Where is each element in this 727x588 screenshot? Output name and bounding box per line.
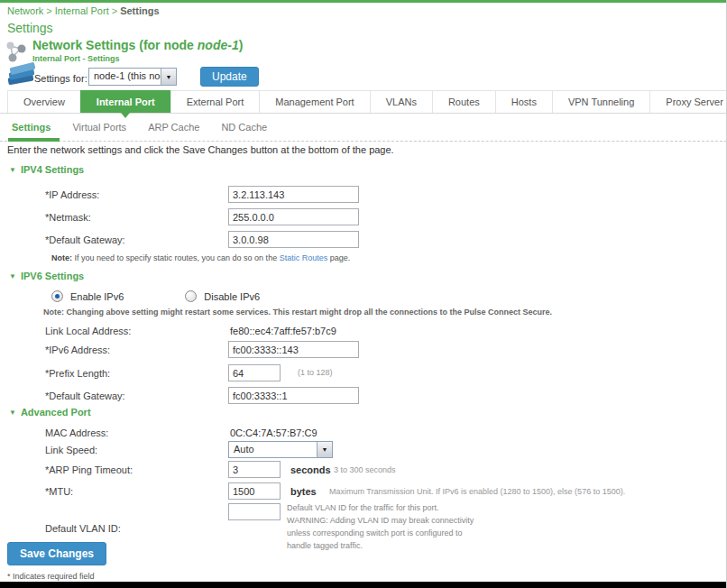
enable-ipv6-radio[interactable] — [51, 290, 63, 302]
default-gateway-input[interactable] — [228, 231, 359, 248]
advanced-port-section-header[interactable]: ▼Advanced Port — [9, 407, 91, 418]
ipv4-section-title: IPV4 Settings — [21, 164, 84, 175]
chevron-down-icon: ▼ — [9, 409, 16, 417]
chevron-down-icon[interactable]: ▼ — [317, 442, 332, 457]
static-routes-note: Note: If you need to specify static rout… — [51, 253, 350, 262]
link-speed-select[interactable]: Auto ▼ — [228, 441, 333, 458]
arp-unit-label: seconds — [290, 464, 331, 475]
vlan-note-line: unless corresponding switch port is conf… — [287, 527, 474, 539]
update-button[interactable]: Update — [200, 67, 259, 87]
tab-overview[interactable]: Overview — [7, 90, 81, 113]
subtab-virtual-ports[interactable]: Virtual Ports — [72, 122, 126, 133]
prefix-length-label: *Prefix Length: — [45, 368, 110, 379]
heading-text-suffix: ) — [239, 38, 244, 52]
tab-external-port[interactable]: External Port — [170, 90, 261, 113]
note-suffix: page. — [327, 253, 350, 262]
page-instruction: Enter the network settings and click the… — [7, 144, 394, 155]
page-title: Settings — [7, 21, 53, 35]
heading-node-name: node-1 — [198, 38, 239, 52]
chevron-down-icon: ▼ — [9, 272, 16, 280]
subtab-nd-cache[interactable]: ND Cache — [221, 122, 267, 133]
tab-vpn-tunneling[interactable]: VPN Tunneling — [552, 90, 650, 113]
mtu-input[interactable] — [228, 482, 281, 500]
main-tabs: Overview Internal Port External Port Man… — [0, 90, 727, 114]
disable-ipv6-radio[interactable] — [185, 290, 197, 302]
vlan-note-line: Default VLAN ID for the traffic for this… — [287, 501, 474, 514]
enable-ipv6-label: Enable IPv6 — [70, 291, 124, 302]
vlan-warning-note: Default VLAN ID for the traffic for this… — [287, 501, 474, 552]
cluster-nodes-icon — [5, 40, 29, 63]
ip-address-input[interactable] — [228, 186, 359, 203]
ipv6-address-label: *IPv6 Address: — [45, 345, 110, 355]
network-settings-page: Network>Internal Port>Settings Settings … — [0, 0, 727, 588]
heading-text: Network Settings (for node — [32, 38, 198, 52]
required-field-note: * Indicates required field — [7, 572, 95, 581]
arp-ping-timeout-input[interactable] — [228, 461, 281, 478]
note-prefix: Note: — [51, 253, 72, 262]
ipv6-address-input[interactable] — [228, 341, 359, 358]
tab-vlans[interactable]: VLANs — [370, 90, 433, 113]
section-heading: Network Settings (for node node-1) — [32, 38, 243, 52]
settings-for-label: Settings for: — [34, 73, 87, 84]
default-gateway-label: *Default Gateway: — [45, 234, 125, 245]
vlan-note-line: WARNING: Adding VLAN ID may break connec… — [287, 514, 474, 527]
disable-ipv6-label: Disable IPv6 — [204, 291, 260, 302]
ipv6-section-header[interactable]: ▼IPV6 Settings — [9, 271, 84, 281]
tab-routes[interactable]: Routes — [432, 90, 496, 113]
breadcrumb: Network>Internal Port>Settings — [7, 5, 160, 16]
netmask-label: *Netmask: — [45, 212, 91, 223]
layers-stack-icon — [5, 61, 38, 87]
mac-address-label: MAC Address: — [45, 427, 108, 438]
static-routes-link[interactable]: Static Routes — [280, 253, 328, 262]
tab-management-port[interactable]: Management Port — [259, 90, 370, 113]
ipv6-gateway-label: *Default Gateway: — [45, 390, 125, 401]
breadcrumb-network[interactable]: Network — [7, 5, 43, 16]
breadcrumb-separator: > — [46, 5, 51, 16]
arp-ping-timeout-label: *ARP Ping Timeout: — [45, 464, 133, 475]
ipv4-section-header[interactable]: ▼IPV4 Settings — [9, 164, 84, 175]
mtu-unit-label: bytes — [290, 486, 317, 497]
sub-tabs: Settings Virtual Ports ARP Cache ND Cach… — [0, 118, 727, 142]
node-select[interactable]: node-1 (this node) ▼ — [88, 68, 177, 86]
link-speed-label: Link Speed: — [45, 445, 97, 455]
tab-hosts[interactable]: Hosts — [495, 90, 553, 113]
save-changes-button[interactable]: Save Changes — [7, 542, 106, 565]
subtab-arp-cache[interactable]: ARP Cache — [148, 122, 199, 133]
breadcrumb-internal-port[interactable]: Internal Port — [55, 5, 109, 16]
ipv6-radio-group: Enable IPv6 Disable IPv6 — [51, 290, 260, 302]
breadcrumb-separator: > — [112, 5, 117, 16]
tab-internal-port[interactable]: Internal Port — [80, 90, 171, 113]
link-speed-value: Auto — [229, 442, 317, 457]
arp-range-hint: 3 to 300 seconds — [334, 465, 396, 474]
link-local-address-label: Link Local Address: — [45, 326, 131, 336]
heading-subtitle: Internal Port - Settings — [32, 54, 120, 63]
ip-address-label: *IP Address: — [45, 189, 99, 200]
chevron-down-icon: ▼ — [9, 166, 16, 174]
mtu-range-hint: Maximum Transmission Unit. If IPv6 is en… — [329, 487, 625, 496]
ipv6-restart-note: Note: Changing above setting might resta… — [43, 308, 552, 317]
advanced-port-section-title: Advanced Port — [21, 407, 91, 418]
ipv6-gateway-input[interactable] — [228, 387, 359, 404]
ipv6-section-title: IPV6 Settings — [21, 271, 84, 281]
note-text: If you need to specify static routes, yo… — [72, 253, 280, 262]
default-vlan-id-input[interactable] — [228, 503, 281, 520]
top-accent-bar — [0, 0, 726, 3]
link-local-address-value: fe80::ec4:7aff:fe57:b7c9 — [230, 326, 336, 336]
chevron-down-icon[interactable]: ▼ — [161, 69, 176, 85]
subtab-settings[interactable]: Settings — [12, 122, 51, 133]
default-vlan-id-label: Default VLAN ID: — [45, 523, 121, 534]
vlan-note-line: handle tagged traffic. — [287, 539, 474, 552]
mac-address-value: 0C:C4:7A:57:B7:C9 — [230, 427, 317, 438]
tab-proxy-server[interactable]: Proxy Server — [649, 90, 727, 113]
mtu-label: *MTU: — [45, 486, 73, 497]
prefix-length-hint: (1 to 128) — [298, 368, 333, 377]
node-select-value: node-1 (this node) — [89, 69, 161, 85]
breadcrumb-settings: Settings — [120, 5, 159, 16]
prefix-length-input[interactable] — [228, 364, 281, 381]
bottom-black-bar — [0, 582, 726, 588]
netmask-input[interactable] — [228, 208, 359, 225]
